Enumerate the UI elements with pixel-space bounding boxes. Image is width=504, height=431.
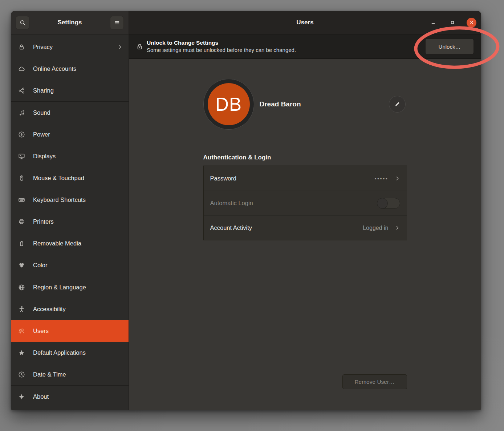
current-user-card: DB Dread Baron: [203, 79, 407, 130]
unlock-button[interactable]: Unlock…: [425, 38, 474, 54]
password-row[interactable]: Password •••••: [204, 166, 407, 191]
sidebar-item-label: Displays: [33, 153, 56, 160]
desktop-background: Settings Users: [0, 0, 504, 431]
titlebar[interactable]: Users: [129, 11, 481, 34]
primary-menu-button[interactable]: [110, 16, 124, 29]
sidebar-item-label: About: [33, 393, 49, 400]
remove-user-button[interactable]: Remove User…: [342, 374, 407, 389]
sidebar-item-sound[interactable]: Sound: [11, 102, 129, 123]
users-content: DB Dread Baron Authentica: [129, 59, 481, 410]
sidebar-item-removable-media[interactable]: Removable Media: [11, 232, 129, 254]
users-icon: [18, 327, 25, 334]
sidebar-item-default-applications[interactable]: Default Applications: [11, 342, 129, 363]
settings-window: Settings Users: [11, 11, 481, 410]
sidebar-item-power[interactable]: Power: [11, 123, 129, 145]
chevron-right-icon: [117, 44, 123, 50]
sidebar-item-online-accounts[interactable]: Online Accounts: [11, 58, 129, 80]
close-icon: [469, 20, 474, 25]
share-icon: [18, 87, 25, 94]
sidebar-item-printers[interactable]: Printers: [11, 211, 129, 232]
search-icon: [20, 20, 26, 26]
sidebar-item-label: Accessibility: [33, 306, 66, 313]
sidebar-item-accessibility[interactable]: Accessibility: [11, 298, 129, 320]
sidebar-item-label: Mouse & Touchpad: [33, 175, 84, 182]
sidebar-item-displays[interactable]: Displays: [11, 145, 129, 167]
sidebar-item-mouse-and-touchpad[interactable]: Mouse & Touchpad: [11, 167, 129, 189]
sidebar-item-label: Keyboard Shortcuts: [33, 196, 86, 203]
sidebar-item-label: Privacy: [33, 44, 53, 50]
chevron-right-icon: [395, 176, 400, 181]
window-controls: [428, 11, 476, 34]
music-note-icon: [18, 109, 25, 116]
minimize-button[interactable]: [428, 18, 438, 28]
pencil-icon: [394, 101, 401, 107]
clock-icon: [18, 371, 25, 378]
sidebar-item-sharing[interactable]: Sharing: [11, 80, 129, 101]
globe-icon: [18, 284, 25, 291]
maximize-icon: [450, 20, 455, 25]
sidebar-item-keyboard-shortcuts[interactable]: Keyboard Shortcuts: [11, 189, 129, 211]
automatic-login-label: Automatic Login: [210, 200, 253, 207]
automatic-login-row: Automatic Login: [204, 191, 407, 215]
automatic-login-toggle[interactable]: [377, 198, 400, 209]
sidebar-item-privacy[interactable]: Privacy: [11, 36, 129, 58]
users-panel: Unlock to Change Settings Some settings …: [129, 34, 481, 410]
password-label: Password: [210, 175, 236, 182]
sidebar-item-about[interactable]: About: [11, 386, 129, 407]
sidebar-item-label: Sharing: [33, 87, 54, 94]
removable-media-icon: [18, 240, 25, 247]
sidebar-item-label: Power: [33, 131, 50, 138]
printer-icon: [18, 218, 25, 225]
lock-icon: [136, 43, 143, 50]
sidebar: PrivacyOnline AccountsSharingSoundPowerD…: [11, 34, 129, 410]
display-icon: [18, 153, 25, 160]
sidebar-item-label: Default Applications: [33, 349, 86, 356]
color-icon: [18, 261, 25, 269]
sidebar-item-label: Removable Media: [33, 240, 81, 247]
sidebar-item-label: Region & Language: [33, 284, 86, 291]
sidebar-item-color[interactable]: Color: [11, 254, 129, 276]
auth-panel: Password ••••• Automatic Login: [203, 166, 407, 240]
account-activity-row[interactable]: Account Activity Logged in: [204, 215, 407, 240]
lock-icon: [18, 43, 25, 50]
sparkle-icon: [18, 393, 25, 400]
maximize-button[interactable]: [447, 18, 457, 28]
chevron-right-icon: [395, 225, 400, 231]
avatar: DB: [208, 83, 250, 125]
sidebar-item-label: Color: [33, 262, 47, 269]
power-icon: [18, 131, 25, 138]
account-activity-label: Account Activity: [210, 224, 252, 231]
sidebar-item-label: Printers: [33, 218, 54, 225]
unlock-banner-title: Unlock to Change Settings: [147, 39, 296, 46]
sidebar-header: Settings: [11, 11, 129, 34]
toggle-knob: [377, 198, 388, 209]
sidebar-item-label: Online Accounts: [33, 65, 76, 72]
sidebar-item-users[interactable]: Users: [11, 320, 129, 342]
sidebar-item-date-and-time[interactable]: Date & Time: [11, 363, 129, 385]
sidebar-app-title: Settings: [57, 19, 82, 26]
sidebar-item-region-and-language[interactable]: Region & Language: [11, 276, 129, 298]
sidebar-item-label: Users: [33, 328, 49, 334]
keyboard-icon: [18, 196, 25, 203]
sidebar-item-label: Date & Time: [33, 371, 66, 378]
account-activity-value: Logged in: [363, 225, 388, 231]
cloud-icon: [18, 65, 25, 72]
accessibility-icon: [18, 305, 25, 313]
password-value: •••••: [375, 176, 389, 181]
search-button[interactable]: [16, 16, 29, 29]
close-button[interactable]: [467, 18, 476, 28]
unlock-banner-text: Unlock to Change Settings Some settings …: [147, 39, 296, 54]
mouse-icon: [18, 174, 25, 182]
auth-section-title: Authentication & Login: [203, 154, 407, 161]
sidebar-item-label: Sound: [33, 109, 50, 116]
unlock-banner-subtitle: Some settings must be unlocked before th…: [147, 46, 296, 54]
hamburger-menu-icon: [114, 20, 120, 26]
unlock-banner: Unlock to Change Settings Some settings …: [129, 34, 481, 59]
star-icon: [18, 349, 25, 356]
user-full-name: Dread Baron: [260, 100, 301, 108]
avatar-ring: DB: [203, 79, 254, 130]
minimize-icon: [430, 20, 436, 25]
edit-user-button[interactable]: [389, 96, 406, 113]
